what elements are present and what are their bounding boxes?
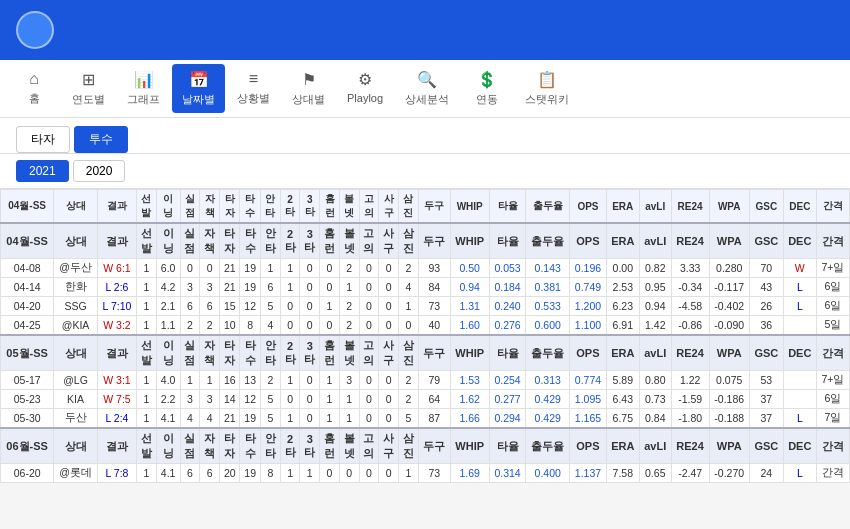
table-cell: 5.89 [606, 371, 639, 390]
group-header-cell: 삼진 [399, 335, 419, 371]
table-cell: 6.91 [606, 316, 639, 336]
table-cell: -0.188 [709, 409, 749, 429]
nav-yearly[interactable]: ⊞ 연도별 [62, 64, 115, 113]
table-cell: 0 [359, 371, 379, 390]
group-header-cell: ERA [606, 335, 639, 371]
table-cell: 1 [137, 316, 157, 336]
table-cell: 70 [749, 259, 783, 278]
nav-daily[interactable]: 📅 날짜별 [172, 64, 225, 113]
table-cell: 5 [399, 409, 419, 429]
table-cell: 1 [320, 297, 340, 316]
group-header-cell: 안타 [260, 335, 280, 371]
table-cell: 6 [260, 278, 280, 297]
table-cell: 6일 [816, 297, 849, 316]
table-cell: 0 [300, 409, 320, 429]
table-cell: 6 [180, 297, 200, 316]
nav-graph-label: 그래프 [127, 92, 160, 107]
group-header-cell: 05월-SS [1, 335, 54, 371]
table-row: 05-17@LGW 3:114.011161321013002791.530.2… [1, 371, 850, 390]
table-cell: 2 [339, 259, 359, 278]
table-cell: 1.60 [450, 316, 489, 336]
table-cell: @두산 [54, 259, 98, 278]
tab-pitcher[interactable]: 투수 [74, 126, 128, 153]
group-header-cell: 타자 [219, 335, 239, 371]
table-cell: 1.66 [450, 409, 489, 429]
table-cell: 1.69 [450, 464, 489, 483]
table-cell: 0 [379, 371, 399, 390]
group-header-cell: 사구 [379, 335, 399, 371]
table-cell: SSG [54, 297, 98, 316]
table-cell: L 2:4 [97, 409, 136, 429]
group-header-cell: 결과 [97, 428, 136, 464]
table-cell: 0.277 [489, 390, 526, 409]
th-bb: 볼넷 [339, 190, 359, 224]
table-cell: 4.2 [156, 278, 180, 297]
group-header-cell: 타율 [489, 428, 526, 464]
nav-situation[interactable]: ≡ 상황별 [227, 64, 280, 113]
group-header-cell: 홈런 [320, 428, 340, 464]
th-opponent: 상대 [54, 190, 98, 224]
group-header-cell: ERA [606, 428, 639, 464]
player-header [0, 0, 850, 60]
table-cell: 6 [200, 464, 220, 483]
nav-playlog-label: Playlog [347, 92, 383, 104]
daily-icon: 📅 [189, 70, 209, 89]
th-wpa: WPA [709, 190, 749, 224]
table-cell: 3 [180, 390, 200, 409]
group-header-cell: WPA [709, 223, 749, 259]
th-ab: 타수 [240, 190, 260, 224]
playlog-icon: ⚙ [358, 70, 372, 89]
table-cell: 64 [418, 390, 450, 409]
table-cell: 1 [280, 371, 300, 390]
table-cell: 4 [399, 278, 419, 297]
table-cell: 1.200 [570, 297, 607, 316]
table-cell: 14 [219, 390, 239, 409]
table-cell: 1.137 [570, 464, 607, 483]
table-cell: 0 [379, 316, 399, 336]
table-cell: 0 [359, 390, 379, 409]
table-cell: 1 [339, 390, 359, 409]
table-cell: 5 [260, 409, 280, 429]
table-cell: 1.165 [570, 409, 607, 429]
nav-home[interactable]: ⌂ 홈 [8, 64, 60, 113]
table-cell: W 3:2 [97, 316, 136, 336]
nav-opponent[interactable]: ⚑ 상대별 [282, 64, 335, 113]
table-cell: 26 [749, 297, 783, 316]
group-header-row: 04월-SS상대결과선발이닝실점자책타자타수안타2타3타홈런볼넷고의사구삼진두구… [1, 223, 850, 259]
table-cell: 4.1 [156, 409, 180, 429]
table-cell: 7+일 [816, 259, 849, 278]
year-2021[interactable]: 2021 [16, 160, 69, 182]
table-cell: KIA [54, 390, 98, 409]
table-cell: 1.100 [570, 316, 607, 336]
group-header-cell: 실점 [180, 223, 200, 259]
table-cell: 0 [320, 464, 340, 483]
table-cell: 0.400 [526, 464, 570, 483]
table-cell: 0.82 [639, 259, 671, 278]
table-cell: L 7:10 [97, 297, 136, 316]
nav-link[interactable]: 💲 연동 [461, 64, 513, 113]
table-cell: 0 [359, 464, 379, 483]
table-cell: 8 [260, 464, 280, 483]
nav-graph[interactable]: 📊 그래프 [117, 64, 170, 113]
th-hits: 안타 [260, 190, 280, 224]
group-header-cell: 간격 [816, 428, 849, 464]
nav-yearly-label: 연도별 [72, 92, 105, 107]
table-cell: 20 [219, 464, 239, 483]
table-cell: 3 [200, 278, 220, 297]
tab-batter[interactable]: 타자 [16, 126, 70, 153]
table-cell: 0.95 [639, 278, 671, 297]
table-cell: -4.58 [671, 297, 709, 316]
table-cell: 1 [137, 464, 157, 483]
nav-detail[interactable]: 🔍 상세분석 [395, 64, 459, 113]
statwiki-icon: 📋 [537, 70, 557, 89]
year-2020[interactable]: 2020 [73, 160, 126, 182]
table-cell: 2 [399, 390, 419, 409]
nav-playlog[interactable]: ⚙ Playlog [337, 64, 393, 113]
table-cell: 1.42 [639, 316, 671, 336]
nav-statwiki[interactable]: 📋 스탯위키 [515, 64, 579, 113]
table-cell: 04-20 [1, 297, 54, 316]
table-cell: 05-17 [1, 371, 54, 390]
th-re24: RE24 [671, 190, 709, 224]
group-header-cell: 간격 [816, 223, 849, 259]
table-cell: 0 [359, 409, 379, 429]
